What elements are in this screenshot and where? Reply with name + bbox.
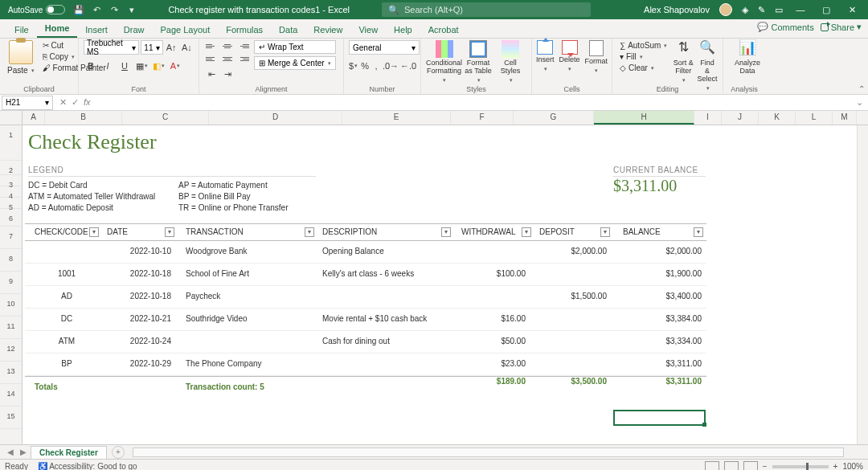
share-button[interactable]: Share ▾ (821, 22, 862, 32)
redo-icon[interactable]: ↷ (108, 4, 120, 15)
user-name[interactable]: Alex Shapovalov (644, 5, 710, 14)
paste-icon[interactable] (9, 40, 33, 64)
diamond-icon[interactable]: ◈ (742, 5, 748, 15)
maximize-button[interactable]: ▢ (818, 5, 834, 15)
bold-button[interactable]: B (84, 59, 98, 73)
row-header[interactable]: 12 (0, 339, 22, 362)
autosave-toggle[interactable]: AutoSave (8, 5, 65, 14)
align-right[interactable] (236, 53, 251, 64)
align-top-left[interactable] (204, 40, 219, 51)
save-icon[interactable]: 💾 (73, 4, 84, 15)
row-header[interactable]: 3 (0, 175, 22, 186)
align-left[interactable] (204, 53, 219, 64)
percent-format-icon[interactable]: % (361, 59, 369, 73)
analyze-data-button[interactable]: 📊Analyze Data (728, 40, 767, 76)
fill-button[interactable]: ▾ Fill (617, 51, 669, 62)
column-header[interactable]: C (122, 111, 209, 125)
column-header[interactable]: H (594, 111, 694, 125)
autosum-button[interactable]: ∑ AutoSum (617, 40, 669, 51)
cell-styles-button[interactable]: Cell Styles (494, 40, 526, 83)
row-header[interactable]: 10 (0, 294, 22, 317)
ribbon-display-icon[interactable]: ▭ (775, 5, 783, 15)
column-header[interactable]: L (796, 111, 833, 125)
filter-icon[interactable]: ▾ (305, 227, 314, 237)
tab-view[interactable]: View (350, 22, 386, 38)
add-sheet-button[interactable]: + (112, 446, 125, 459)
accounting-format-icon[interactable]: $ (349, 59, 358, 73)
filter-icon[interactable]: ▾ (600, 227, 610, 237)
sheet-tab-active[interactable]: Check Register (31, 446, 107, 459)
filter-icon[interactable]: ▾ (694, 227, 703, 237)
delete-cells-button[interactable]: Delete (559, 40, 580, 72)
filter-icon[interactable]: ▾ (441, 227, 451, 237)
prev-sheet-icon[interactable]: ◀ (5, 448, 16, 456)
column-header[interactable]: I (694, 111, 722, 125)
tab-acrobat[interactable]: Acrobat (420, 22, 467, 38)
tab-review[interactable]: Review (305, 22, 350, 38)
increase-indent-icon[interactable]: ⇥ (220, 67, 235, 81)
minimize-button[interactable]: — (792, 5, 809, 14)
comma-format-icon[interactable]: , (372, 59, 380, 73)
tab-draw[interactable]: Draw (116, 22, 153, 38)
column-header[interactable]: E (342, 111, 451, 125)
merge-center-button[interactable]: ⊞ Merge & Center (254, 56, 336, 70)
pen-icon[interactable]: ✎ (758, 5, 765, 15)
tab-data[interactable]: Data (271, 22, 305, 38)
filter-icon[interactable]: ▾ (89, 227, 99, 237)
column-header[interactable]: B (45, 111, 122, 125)
number-format-select[interactable]: General▾ (349, 40, 420, 55)
find-select-button[interactable]: 🔍Find & Select (697, 40, 718, 91)
underline-button[interactable]: U (117, 59, 132, 73)
column-header[interactable]: K (759, 111, 796, 125)
font-color-button[interactable]: A (168, 59, 182, 73)
filter-icon[interactable]: ▾ (165, 227, 174, 237)
fill-color-button[interactable]: ◧ (151, 59, 166, 73)
select-all-corner[interactable] (0, 111, 23, 125)
increase-font-icon[interactable]: A↑ (165, 40, 178, 55)
page-layout-view-icon[interactable] (724, 461, 739, 471)
italic-button[interactable]: I (100, 59, 115, 73)
sort-filter-button[interactable]: ⇅Sort & Filter (673, 40, 694, 83)
user-avatar[interactable] (719, 3, 732, 16)
zoom-out-icon[interactable]: − (763, 462, 768, 470)
border-button[interactable]: ▦ (134, 59, 149, 73)
column-header[interactable]: F (451, 111, 514, 125)
sheet-content[interactable]: Check Register LEGEND CURRENT BALANCE $3… (23, 125, 868, 444)
fill-handle[interactable] (702, 423, 706, 427)
font-size-select[interactable]: 11▾ (141, 40, 162, 55)
column-header[interactable]: A (23, 111, 45, 125)
format-as-table-button[interactable]: Format as Table (462, 40, 494, 83)
align-top-right[interactable] (236, 40, 251, 51)
undo-icon[interactable]: ↶ (91, 4, 102, 15)
fx-icon[interactable]: fx (84, 97, 91, 108)
cancel-formula-icon[interactable]: ✕ (59, 97, 67, 108)
row-header[interactable]: 15 (0, 407, 22, 429)
expand-formula-icon[interactable]: ⌄ (851, 97, 868, 108)
decrease-indent-icon[interactable]: ⇤ (204, 67, 219, 81)
qat-more-icon[interactable]: ▾ (126, 4, 137, 15)
name-box[interactable]: H21▾ (2, 96, 53, 110)
align-center[interactable] (220, 53, 235, 64)
row-header[interactable]: 6 (0, 209, 22, 227)
increase-decimal-icon[interactable]: .0→ (383, 59, 398, 73)
filter-icon[interactable]: ▾ (522, 227, 531, 237)
zoom-slider[interactable] (772, 465, 829, 468)
decrease-font-icon[interactable]: A↓ (180, 40, 194, 55)
paste-button[interactable]: Paste (5, 65, 37, 76)
normal-view-icon[interactable] (705, 461, 719, 471)
tab-help[interactable]: Help (386, 22, 420, 38)
tab-file[interactable]: File (6, 22, 37, 38)
tab-page-layout[interactable]: Page Layout (152, 22, 218, 38)
search-box[interactable]: 🔍 Search (Alt+Q) (382, 2, 591, 17)
column-header[interactable]: G (514, 111, 594, 125)
row-header[interactable]: 14 (0, 384, 22, 407)
row-header[interactable]: 9 (0, 272, 22, 294)
format-cells-button[interactable]: Format (585, 40, 608, 74)
row-header[interactable]: 8 (0, 249, 22, 272)
conditional-formatting-button[interactable]: Conditional Formatting (426, 40, 462, 83)
clear-button[interactable]: ◇ Clear (617, 63, 669, 73)
enter-formula-icon[interactable]: ✓ (72, 97, 79, 108)
next-sheet-icon[interactable]: ▶ (18, 448, 29, 456)
wrap-text-button[interactable]: ↵ Wrap Text (254, 40, 336, 54)
row-header[interactable]: 2 (0, 161, 22, 175)
